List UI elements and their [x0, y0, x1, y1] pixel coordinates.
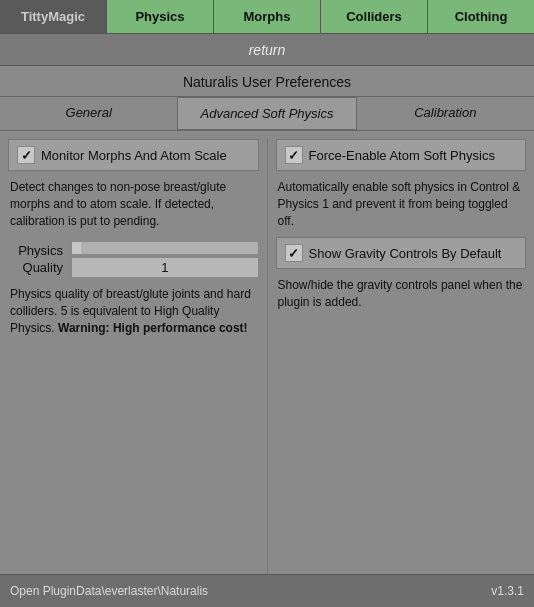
- force-enable-description: Automatically enable soft physics in Con…: [276, 177, 527, 231]
- slider-fill: [72, 242, 81, 254]
- tab-tittymagic[interactable]: TittyMagic: [0, 0, 107, 33]
- tab-clothing[interactable]: Clothing: [428, 0, 534, 33]
- physics-quality-slider[interactable]: [71, 241, 259, 255]
- tab-general[interactable]: General: [0, 97, 177, 130]
- sub-tabs: General Advanced Soft Physics Calibratio…: [0, 96, 534, 131]
- tab-morphs[interactable]: Morphs: [214, 0, 321, 33]
- physics-quality-row: Physics Quality 1: [8, 241, 259, 278]
- force-enable-checkbox[interactable]: [285, 146, 303, 164]
- tab-colliders[interactable]: Colliders: [321, 0, 428, 33]
- force-enable-row: Force-Enable Atom Soft Physics: [276, 139, 527, 171]
- physics-quality-value[interactable]: 1: [71, 257, 259, 278]
- status-path[interactable]: Open PluginData\everlaster\Naturalis: [10, 584, 208, 598]
- tab-advanced-soft-physics[interactable]: Advanced Soft Physics: [177, 97, 356, 130]
- status-bar: Open PluginData\everlaster\Naturalis v1.…: [0, 574, 534, 607]
- physics-quality-slider-col: 1: [71, 241, 259, 278]
- physics-quality-description: Physics quality of breast/glute joints a…: [8, 284, 259, 338]
- monitor-morphs-label: Monitor Morphs And Atom Scale: [41, 148, 227, 163]
- show-gravity-description: Show/hide the gravity controls panel whe…: [276, 275, 527, 313]
- left-column: Monitor Morphs And Atom Scale Detect cha…: [8, 139, 267, 599]
- show-gravity-row: Show Gravity Controls By Default: [276, 237, 527, 269]
- tab-calibration[interactable]: Calibration: [357, 97, 534, 130]
- monitor-morphs-checkbox[interactable]: [17, 146, 35, 164]
- version-label: v1.3.1: [491, 584, 524, 598]
- monitor-morphs-description: Detect changes to non-pose breast/glute …: [8, 177, 259, 231]
- return-bar[interactable]: return: [0, 33, 534, 66]
- page-title: Naturalis User Preferences: [0, 66, 534, 96]
- show-gravity-checkbox[interactable]: [285, 244, 303, 262]
- columns-wrapper: Monitor Morphs And Atom Scale Detect cha…: [0, 131, 534, 607]
- main-content: return Naturalis User Preferences Genera…: [0, 33, 534, 607]
- physics-quality-label: Physics Quality: [8, 243, 63, 277]
- right-column: Force-Enable Atom Soft Physics Automatic…: [267, 139, 527, 599]
- monitor-morphs-row: Monitor Morphs And Atom Scale: [8, 139, 259, 171]
- tab-physics[interactable]: Physics: [107, 0, 214, 33]
- show-gravity-label: Show Gravity Controls By Default: [309, 246, 502, 261]
- top-navigation: TittyMagic Physics Morphs Colliders Clot…: [0, 0, 534, 33]
- force-enable-label: Force-Enable Atom Soft Physics: [309, 148, 495, 163]
